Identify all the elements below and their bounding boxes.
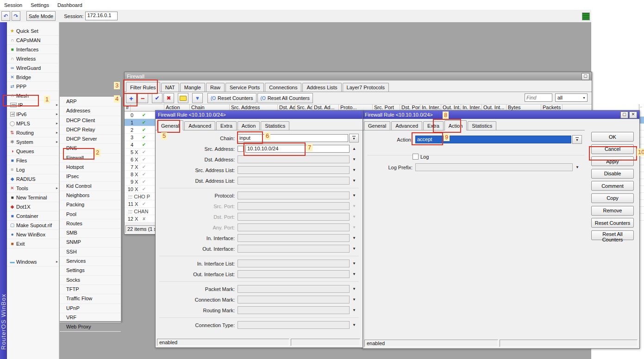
- sidebar-item[interactable]: ■ Exit: [7, 239, 59, 248]
- firewall-tab[interactable]: Service Ports: [225, 83, 264, 92]
- submenu-item[interactable]: Hotspot: [60, 163, 121, 172]
- chevron-down-icon[interactable]: ▼: [350, 323, 359, 327]
- chevron-down-icon[interactable]: ▼: [350, 308, 359, 312]
- rule-tab[interactable]: Advanced: [184, 121, 215, 130]
- field-combo[interactable]: [238, 321, 350, 329]
- submenu-item[interactable]: SMB: [60, 229, 121, 238]
- collapse-up-icon[interactable]: ▲: [350, 147, 359, 151]
- submenu-item[interactable]: Routes: [60, 219, 121, 229]
- chevron-down-icon[interactable]: ▼: [350, 272, 359, 276]
- undo-button[interactable]: ↶: [1, 11, 10, 21]
- dialog-button[interactable]: OK: [591, 132, 634, 142]
- sidebar-item[interactable]: ⇄ PPP: [7, 82, 59, 91]
- maximize-button[interactable]: ▢: [581, 73, 589, 80]
- close-button[interactable]: ✕: [629, 111, 637, 118]
- reset-all-counters-button[interactable]: (OReset All Counters: [257, 93, 313, 103]
- submenu-item[interactable]: DHCP Server: [60, 135, 121, 144]
- rule-tab[interactable]: Action: [238, 121, 260, 130]
- chevron-down-icon[interactable]: ▼: [350, 225, 359, 229]
- session-address-field[interactable]: 172.16.0.1: [85, 12, 118, 20]
- dialog-title-bar[interactable]: Firewall Rule <10.10.10.0/24>: [156, 111, 363, 119]
- chevron-down-icon[interactable]: ▼: [350, 297, 359, 302]
- rule-tab[interactable]: Advanced: [391, 121, 422, 130]
- disable-rule-button[interactable]: ✖: [163, 93, 174, 103]
- sidebar-item[interactable]: ■ Interfaces: [7, 45, 59, 54]
- filter-button[interactable]: ▼: [192, 93, 203, 103]
- submenu-item[interactable]: Web Proxy: [60, 322, 121, 332]
- field-combo[interactable]: [238, 155, 350, 163]
- field-combo[interactable]: [238, 213, 350, 221]
- field-combo[interactable]: [238, 202, 350, 210]
- submenu-item[interactable]: VRF: [60, 313, 121, 322]
- submenu-item[interactable]: Pool: [60, 210, 121, 219]
- submenu-item[interactable]: Packing: [60, 200, 121, 210]
- submenu-item[interactable]: Traffic Flow: [60, 294, 121, 303]
- find-input[interactable]: [525, 93, 552, 102]
- field-combo[interactable]: [238, 192, 350, 199]
- chain-dropdown-button[interactable]: ▼: [349, 134, 359, 142]
- firewall-tab[interactable]: Mangle: [180, 83, 205, 92]
- submenu-item[interactable]: IPsec: [60, 172, 121, 181]
- redo-button[interactable]: ↷: [12, 11, 20, 21]
- safe-mode-button[interactable]: Safe Mode: [26, 11, 56, 21]
- firewall-tab[interactable]: Layer7 Protocols: [343, 83, 389, 92]
- submenu-item[interactable]: Settings: [60, 266, 121, 275]
- rule-tab[interactable]: General: [364, 121, 390, 130]
- submenu-item[interactable]: Socks: [60, 276, 121, 285]
- chevron-down-icon[interactable]: ▼: [350, 204, 359, 208]
- firewall-title-bar[interactable]: Firewall ▢: [125, 72, 592, 80]
- menu-item[interactable]: Settings: [26, 1, 53, 9]
- dialog-button[interactable]: Remove: [591, 206, 634, 216]
- chevron-down-icon[interactable]: ▼: [350, 215, 359, 219]
- chevron-down-icon[interactable]: ▼: [350, 287, 359, 291]
- dialog-title-bar[interactable]: Firewall Rule <10.10.10.0/24> ▢ ✕: [363, 111, 639, 119]
- sidebar-item[interactable]: ■ Files: [7, 156, 59, 165]
- sidebar-item[interactable]: ◯ MPLS ▸: [7, 119, 59, 128]
- field-combo[interactable]: [238, 177, 350, 185]
- chevron-down-icon[interactable]: ▼: [350, 247, 359, 251]
- submenu-item[interactable]: DHCP Client: [60, 116, 121, 125]
- dialog-button[interactable]: Reset Counters: [591, 218, 634, 228]
- firewall-tab[interactable]: Connections: [265, 83, 301, 92]
- sidebar-item[interactable]: v6 IPv6 ▸: [7, 110, 59, 119]
- submenu-item[interactable]: Neighbors: [60, 191, 121, 200]
- sidebar-item[interactable]: ⇅ Routing ▸: [7, 128, 59, 137]
- rule-tab[interactable]: Extra: [216, 121, 237, 130]
- submenu-item[interactable]: UPnP: [60, 304, 121, 313]
- log-checkbox[interactable]: [413, 154, 419, 160]
- sidebar-item[interactable]: ∞ WireGuard: [7, 63, 59, 73]
- submenu-item[interactable]: DHCP Relay: [60, 125, 121, 135]
- action-dropdown-button[interactable]: ▼: [572, 135, 582, 144]
- sidebar-item[interactable]: ✕ Tools ▸: [7, 184, 59, 193]
- sidebar-item[interactable]: ◆ Dot1X: [7, 202, 59, 211]
- maximize-button[interactable]: ▢: [620, 111, 628, 118]
- submenu-item[interactable]: Services: [60, 257, 121, 266]
- menu-item[interactable]: Session: [0, 1, 26, 9]
- chevron-down-icon[interactable]: ▼: [573, 165, 582, 169]
- sidebar-item[interactable]: ▢ Make Supout.rif: [7, 221, 59, 230]
- chevron-down-icon[interactable]: ▼: [350, 261, 359, 266]
- sidebar-item[interactable]: ◑ Queues: [7, 147, 59, 156]
- dialog-button[interactable]: Reset All Counters: [591, 230, 634, 240]
- comment-button[interactable]: [178, 93, 188, 103]
- firewall-tab[interactable]: Address Lists: [302, 83, 341, 92]
- sidebar-item[interactable]: ★ Quick Set: [7, 26, 59, 36]
- submenu-item[interactable]: Addresses: [60, 106, 121, 116]
- filter-scope-dropdown[interactable]: all▼: [555, 93, 588, 102]
- sidebar-item[interactable]: ▬ Windows ▸: [7, 257, 59, 266]
- submenu-item[interactable]: ARP: [60, 97, 121, 106]
- dialog-button[interactable]: Disable: [591, 169, 634, 179]
- dialog-button[interactable]: Copy: [591, 193, 634, 203]
- chevron-down-icon[interactable]: ▼: [350, 157, 359, 161]
- firewall-tab[interactable]: NAT: [161, 83, 179, 92]
- log-prefix-field[interactable]: [415, 163, 573, 171]
- dialog-button[interactable]: Comment: [591, 181, 634, 191]
- enable-rule-button[interactable]: ✔: [152, 93, 163, 103]
- sidebar-item[interactable]: ● New WinBox: [7, 230, 59, 239]
- remove-rule-button[interactable]: −: [138, 93, 148, 103]
- rule-tab[interactable]: Statistics: [261, 121, 289, 130]
- field-combo[interactable]: [238, 270, 350, 278]
- reset-counters-button[interactable]: (OReset Counters: [207, 93, 256, 103]
- sidebar-item[interactable]: ■ Container: [7, 211, 59, 221]
- field-combo[interactable]: [238, 296, 350, 303]
